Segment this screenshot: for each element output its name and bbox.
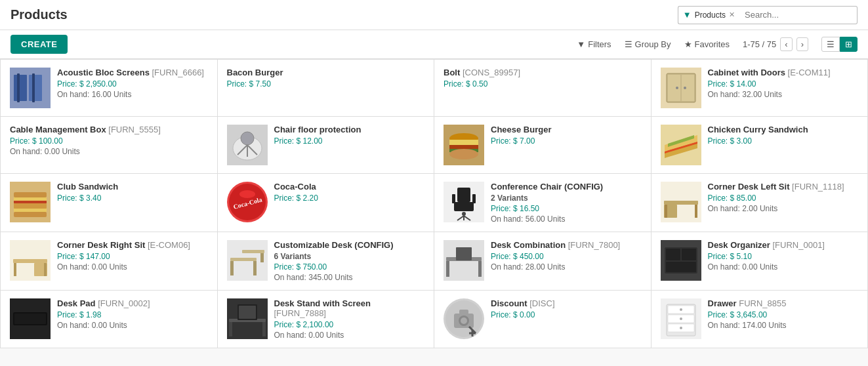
product-card[interactable]: Conference Chair (CONFIG) 2 Variants Pri… bbox=[434, 174, 651, 232]
product-card[interactable]: Acoustic Bloc Screens [FURN_6666] Price:… bbox=[1, 60, 217, 116]
svg-point-30 bbox=[239, 190, 255, 198]
grid-view-button[interactable]: ⊞ bbox=[840, 37, 858, 52]
product-onhand: On hand: 345.00 Units bbox=[274, 273, 394, 282]
svg-rect-40 bbox=[664, 201, 698, 205]
svg-rect-2 bbox=[17, 73, 20, 102]
product-price: Price: $ 3.40 bbox=[57, 193, 118, 203]
product-card[interactable]: Customizable Desk (CONFIG) 6 Variants Pr… bbox=[218, 232, 434, 290]
product-thumbnail bbox=[661, 298, 701, 339]
groupby-button[interactable]: ☰ Group By bbox=[625, 39, 671, 49]
product-card[interactable]: Cheese Burger Price: $ 7.00 bbox=[434, 117, 651, 173]
drawer-img bbox=[661, 299, 701, 338]
product-info: Bolt [CONS_89957] Price: $ 0.50 bbox=[444, 68, 520, 90]
filters-button[interactable]: ▼ Filters bbox=[577, 39, 611, 49]
list-view-button[interactable]: ☰ bbox=[821, 37, 840, 52]
product-card[interactable]: Club Sandwich Price: $ 3.40 bbox=[1, 174, 217, 232]
product-price: Price: $ 2.20 bbox=[274, 193, 318, 203]
search-area: ▼ Products ✕ bbox=[678, 6, 858, 24]
product-name: Discount [DISC] bbox=[491, 298, 555, 308]
svg-rect-43 bbox=[695, 205, 697, 218]
svg-rect-62 bbox=[14, 314, 46, 324]
svg-rect-26 bbox=[14, 203, 47, 209]
pagination-text: 1-75 / 75 bbox=[743, 39, 776, 49]
sandwich-img bbox=[661, 125, 701, 165]
create-button[interactable]: CREATE bbox=[10, 35, 68, 54]
cabinet-img bbox=[661, 68, 701, 108]
desk-org-img bbox=[661, 241, 701, 280]
product-info: Cabinet with Doors [E-COM11] Price: $ 14… bbox=[708, 68, 831, 99]
product-variants: 2 Variants bbox=[491, 193, 603, 203]
svg-rect-32 bbox=[457, 188, 470, 202]
prev-page-button[interactable]: ‹ bbox=[780, 37, 792, 51]
chair-mat-img bbox=[228, 125, 267, 165]
product-thumbnail bbox=[444, 125, 484, 165]
svg-point-18 bbox=[449, 149, 478, 159]
product-card[interactable]: Cable Management Box [FURN_5555] Price: … bbox=[1, 117, 217, 173]
svg-point-80 bbox=[680, 308, 682, 311]
product-info: Desk Stand with Screen [FURN_7888] Price… bbox=[274, 298, 425, 340]
toolbar-actions: ▼ Filters ☰ Group By ★ Favorites 1-75 / … bbox=[577, 37, 858, 52]
product-info: Drawer FURN_8855 Price: $ 3,645.00 On ha… bbox=[708, 298, 787, 330]
club-sandwich-img bbox=[10, 182, 50, 222]
filters-label: Filters bbox=[588, 39, 611, 49]
product-card[interactable]: Chair floor protection Price: $ 12.00 bbox=[218, 117, 434, 173]
svg-rect-23 bbox=[14, 192, 47, 197]
product-onhand: On hand: 16.00 Units bbox=[57, 90, 204, 99]
next-page-button[interactable]: › bbox=[796, 37, 808, 51]
svg-point-81 bbox=[680, 317, 682, 320]
product-thumbnail bbox=[10, 68, 51, 108]
product-info: Cable Management Box [FURN_5555] Price: … bbox=[10, 125, 161, 156]
product-card[interactable]: Desk Organizer [FURN_0001] Price: $ 5.10… bbox=[651, 232, 868, 290]
product-card[interactable]: Coca-Cola Coca-Cola Price: $ 2.20 bbox=[218, 174, 434, 232]
filter-icon: ▼ bbox=[683, 10, 692, 20]
product-name: Corner Desk Left Sit [FURN_1118] bbox=[708, 182, 844, 192]
product-card[interactable]: Desk Pad [FURN_0002] Price: $ 1.98 On ha… bbox=[1, 291, 217, 348]
product-card[interactable]: Bolt [CONS_89957] Price: $ 0.50 bbox=[434, 60, 651, 116]
product-name: Bacon Burger bbox=[227, 68, 283, 77]
product-onhand: On hand: 2.00 Units bbox=[708, 204, 844, 213]
remove-filter-icon[interactable]: ✕ bbox=[729, 10, 735, 19]
product-onhand: On hand: 174.00 Units bbox=[708, 321, 787, 330]
search-input[interactable] bbox=[739, 6, 858, 24]
svg-rect-33 bbox=[454, 202, 474, 211]
product-card[interactable]: Chicken Curry Sandwich Price: $ 3.00 bbox=[651, 117, 868, 173]
product-info: Chair floor protection Price: $ 12.00 bbox=[274, 125, 362, 147]
product-info: Corner Desk Left Sit [FURN_1118] Price: … bbox=[708, 182, 844, 213]
product-thumbnail bbox=[661, 125, 701, 165]
product-card[interactable]: Corner Desk Left Sit [FURN_1118] Price: … bbox=[651, 174, 868, 232]
page-title: Products bbox=[10, 7, 68, 22]
product-name: Customizable Desk (CONFIG) bbox=[274, 240, 394, 250]
product-price: Price: $ 14.00 bbox=[708, 79, 831, 89]
svg-rect-5 bbox=[668, 75, 680, 101]
product-info: Customizable Desk (CONFIG) 6 Variants Pr… bbox=[274, 240, 394, 282]
product-thumbnail bbox=[444, 240, 484, 281]
product-card[interactable]: Desk Stand with Screen [FURN_7888] Price… bbox=[218, 291, 434, 348]
svg-rect-46 bbox=[14, 263, 16, 276]
product-thumbnail bbox=[227, 298, 268, 339]
groupby-label: Group By bbox=[635, 39, 671, 49]
product-name: Club Sandwich bbox=[57, 182, 118, 192]
svg-rect-25 bbox=[14, 201, 47, 203]
product-card[interactable]: Discount [DISC] Price: $ 0.00 bbox=[434, 291, 651, 348]
favorites-button[interactable]: ★ Favorites bbox=[684, 39, 730, 49]
product-card[interactable]: Corner Desk Right Sit [E-COM06] Price: $… bbox=[1, 232, 217, 290]
product-card[interactable]: Cabinet with Doors [E-COM11] Price: $ 14… bbox=[651, 60, 868, 116]
product-name: Corner Desk Right Sit [E-COM06] bbox=[57, 240, 190, 250]
product-card[interactable]: Desk Combination [FURN_7800] Price: $ 45… bbox=[434, 232, 651, 290]
svg-rect-15 bbox=[449, 140, 478, 145]
product-price: Price: $ 85.00 bbox=[708, 193, 844, 203]
pagination-info: 1-75 / 75 ‹ › bbox=[743, 37, 808, 51]
desk-left-img bbox=[661, 182, 701, 222]
product-price: Price: $ 0.50 bbox=[444, 79, 520, 89]
svg-point-10 bbox=[241, 132, 254, 145]
svg-rect-0 bbox=[14, 75, 27, 101]
product-card[interactable]: Drawer FURN_8855 Price: $ 3,645.00 On ha… bbox=[651, 291, 868, 348]
svg-rect-51 bbox=[242, 250, 264, 253]
product-info: Cheese Burger Price: $ 7.00 bbox=[491, 125, 551, 147]
product-variants: 6 Variants bbox=[274, 252, 394, 261]
svg-point-34 bbox=[462, 212, 466, 216]
product-price: Price: $ 750.00 bbox=[274, 262, 394, 272]
product-thumbnail bbox=[10, 240, 51, 281]
product-card[interactable]: Bacon Burger Price: $ 7.50 bbox=[218, 60, 434, 116]
svg-rect-72 bbox=[459, 310, 468, 314]
